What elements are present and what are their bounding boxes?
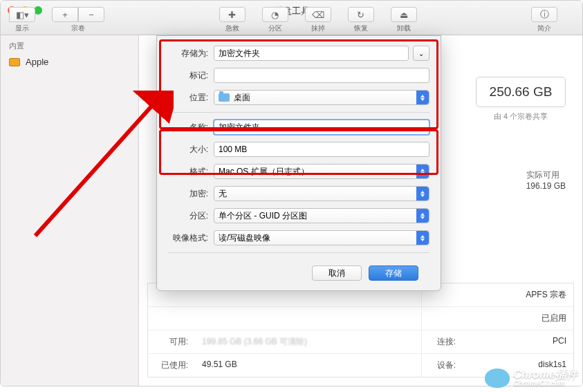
updown-caret-icon — [416, 187, 429, 200]
updown-caret-icon — [416, 231, 429, 245]
divider — [168, 252, 429, 253]
capacity-value: 250.66 GB — [476, 77, 566, 107]
partition-button[interactable]: ◔ — [262, 7, 288, 22]
volume-add-button[interactable]: + — [52, 7, 78, 22]
divider — [168, 112, 429, 113]
restore-button[interactable]: ↻ — [348, 7, 374, 22]
save-as-label: 存储为: — [157, 48, 214, 59]
updown-caret-icon — [416, 209, 429, 223]
used-label: 已使用: — [148, 354, 195, 377]
tags-label: 标记: — [157, 70, 214, 82]
sidebar-section-header: 内置 — [1, 35, 138, 54]
location-popup[interactable]: 桌面 — [214, 90, 429, 105]
save-button[interactable]: 存储 — [369, 265, 418, 281]
firstaid-button[interactable]: ✚ — [219, 7, 246, 22]
sidebar-item-apple[interactable]: Apple — [1, 54, 138, 70]
erase-button[interactable]: ⌫ — [305, 7, 331, 22]
info-table: APFS 宗卷 已启用 可用: 199.85 GB (3.66 GB 可清除) … — [147, 283, 574, 377]
sidebar-item-label: Apple — [26, 57, 48, 67]
encrypt-label: 加密: — [157, 188, 214, 200]
expand-chevron-icon[interactable]: ⌄ — [413, 46, 429, 61]
save-as-input[interactable] — [214, 46, 409, 61]
device-label: 设备: — [421, 354, 463, 377]
connection-label: 连接: — [421, 330, 463, 353]
tags-input[interactable] — [214, 68, 429, 83]
location-label: 位置: — [157, 92, 214, 104]
connection-value: PCI — [463, 330, 573, 353]
image-format-label: 映像格式: — [157, 232, 214, 244]
capacity-box: 250.66 GB 由 4 个宗卷共享 — [476, 77, 566, 122]
titlebar: 磁盘工具 ◧▾ 显示 + − 宗卷 ✚ 急救 ◔ — [1, 1, 582, 35]
sidebar: 内置 Apple — [1, 35, 139, 386]
unmount-button[interactable]: ⏏ — [391, 7, 417, 22]
volume-remove-button[interactable]: − — [78, 7, 104, 22]
cancel-button[interactable]: 取消 — [312, 265, 362, 281]
toolbar: ◧▾ 显示 + − 宗卷 ✚ 急救 ◔ 分区 ⌫ 抹 — [9, 7, 574, 33]
watermark: Chrome插件 ChromeCJ.com — [485, 368, 577, 388]
save-image-sheet: 存储为: ⌄ 标记: 位置: 桌面 名称: 大小: 格式: — [156, 35, 441, 291]
updown-caret-icon — [416, 91, 429, 104]
image-format-popup[interactable]: 读/写磁盘映像 — [214, 230, 429, 245]
volume-label: 宗卷 — [71, 24, 85, 33]
folder-icon — [219, 93, 230, 102]
view-label: 显示 — [15, 24, 29, 33]
format-label: 格式: — [157, 166, 214, 178]
view-button[interactable]: ◧▾ — [9, 7, 35, 22]
available-label: 可用: — [148, 330, 195, 353]
name-label: 名称: — [157, 122, 214, 133]
format-popup[interactable]: Mac OS 扩展（日志式） — [214, 164, 429, 179]
available-value: 199.85 GB (3.66 GB 可清除) — [195, 330, 421, 353]
disk-utility-window: 磁盘工具 ◧▾ 显示 + − 宗卷 ✚ 急救 ◔ — [0, 0, 583, 386]
partition-scheme-popup[interactable]: 单个分区 - GUID 分区图 — [214, 208, 429, 223]
size-input[interactable] — [214, 142, 429, 157]
actual-available: 实际可用 196.19 GB — [526, 169, 566, 191]
name-input[interactable] — [214, 120, 429, 135]
partition-scheme-label: 分区: — [157, 210, 214, 222]
encrypt-popup[interactable]: 无 — [214, 186, 429, 201]
info-button[interactable]: ⓘ — [531, 7, 557, 22]
disk-icon — [9, 58, 20, 66]
used-value: 49.51 GB — [195, 354, 421, 377]
size-label: 大小: — [157, 144, 214, 156]
capacity-sub: 由 4 个宗卷共享 — [476, 111, 566, 122]
updown-caret-icon — [416, 165, 429, 178]
snail-icon — [485, 368, 510, 388]
